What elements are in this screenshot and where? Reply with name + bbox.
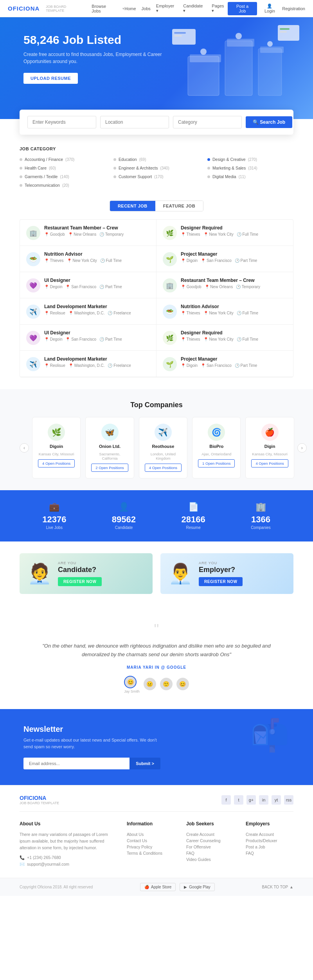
google-play-badge[interactable]: ▶ Google Play — [180, 883, 214, 891]
job-company: 📍 Thieves — [181, 337, 200, 341]
nav-jobs[interactable]: Jobs — [142, 6, 151, 11]
job-type: 🕐 Full Time — [100, 258, 122, 263]
footer-link[interactable]: Post a Job — [246, 844, 293, 850]
footer-link[interactable]: About Us — [127, 831, 174, 837]
nav-employer[interactable]: Employer ▾ — [156, 4, 178, 13]
footer-link[interactable]: For Offensive — [186, 844, 234, 850]
register-button[interactable]: Registration — [282, 6, 305, 11]
job-item[interactable]: 🥗 Nutrition Advisor 📍 Thieves 📍 New York… — [20, 246, 156, 272]
carousel-next-button[interactable]: › — [297, 443, 307, 453]
youtube-icon[interactable]: yt — [272, 795, 281, 805]
footer-link[interactable]: FAQ — [246, 850, 293, 856]
company-logo: 🌿 — [48, 424, 65, 441]
footer-link[interactable]: Privacy Policy — [127, 844, 174, 850]
facebook-icon[interactable]: f — [221, 795, 231, 805]
twitter-icon[interactable]: t — [234, 795, 243, 805]
apple-store-badge[interactable]: 🍎 Apple Store — [140, 883, 176, 891]
nav-candidate[interactable]: Candidate ▾ — [183, 4, 206, 13]
footer-link[interactable]: Create Account — [186, 831, 234, 837]
job-item[interactable]: 🌱 Project Manager 📍 Digoin 📍 San Francis… — [156, 246, 293, 272]
job-item[interactable]: 🏢 Restaurant Team Member – Crew 📍 Goodjo… — [156, 272, 293, 298]
job-item[interactable]: 🌱 Project Manager 📍 Digoin 📍 San Francis… — [156, 351, 293, 377]
login-button[interactable]: 👤 Login — [261, 4, 278, 13]
footer-link[interactable]: Career Counseling — [186, 837, 234, 844]
candidate-figure: 🧑‍💼 — [27, 562, 52, 585]
tab-feature[interactable]: FEATURE JOB — [155, 201, 203, 211]
footer-link[interactable]: Terms & Conditions — [127, 850, 174, 856]
company-card-reothouse[interactable]: ✈️ Reothouse London, United Kingdom 4 Op… — [139, 417, 187, 478]
company-location: Kansas City, Missouri — [39, 452, 74, 456]
employer-register-button[interactable]: REGISTER NOW — [199, 577, 243, 586]
positions-button[interactable]: 2 Open Positions — [91, 464, 128, 472]
job-item[interactable]: 🌿 Designer Required 📍 Thieves 📍 New York… — [156, 220, 293, 246]
company-location: Ajax, Ontariodand — [201, 452, 231, 456]
post-job-button[interactable]: Post a Job — [228, 2, 257, 15]
back-to-top-button[interactable]: BACK TO TOP ▲ — [262, 885, 293, 889]
positions-button[interactable]: 1 Open Positions — [198, 459, 235, 467]
job-meta: 📍 Goodjob 📍 New Orleans 🕐 Temporary — [181, 285, 287, 289]
brand-tagline: JOB BOARD TEMPLATE — [46, 5, 85, 13]
company-name: Reothouse — [152, 444, 174, 449]
cat-telecom[interactable]: Telecommunication (20) — [20, 182, 106, 189]
company-card-digoin[interactable]: 🌿 Digoin Kansas City, Missouri 4 Open Po… — [32, 417, 81, 478]
nav-home[interactable]: Home — [124, 6, 136, 11]
cat-accounting[interactable]: Accounting / Finance (370) — [20, 156, 106, 163]
job-item[interactable]: 💜 UI Designer 📍 Degoin 📍 San Francisco 🕐… — [20, 272, 156, 298]
googleplus-icon[interactable]: g+ — [246, 795, 256, 805]
job-logo: ✈️ — [26, 357, 40, 371]
testimonial-avatar[interactable]: 😐 — [144, 678, 156, 690]
job-item[interactable]: 🥗 Nutrition Advisor 📍 Thieves 📍 New York… — [156, 298, 293, 325]
browse-jobs-link[interactable]: Browse Jobs — [92, 4, 116, 13]
job-item[interactable]: 🌿 Designer Required 📍 Thieves 📍 New York… — [156, 325, 293, 351]
job-item[interactable]: ✈️ Land Development Marketer 📍 Reolisue … — [20, 298, 156, 325]
job-info: Designer Required 📍 Thieves 📍 New York C… — [181, 225, 287, 236]
category-input[interactable] — [173, 116, 242, 128]
footer-link[interactable]: Products/Deluxer — [246, 837, 293, 844]
cat-marketing[interactable]: Marketing & Sales (314) — [207, 164, 293, 171]
location-input[interactable] — [100, 116, 169, 128]
positions-button[interactable]: 4 Open Positions — [145, 464, 182, 472]
footer-link[interactable]: Video Guides — [186, 856, 234, 863]
testimonial-avatar[interactable]: 😊 — [176, 678, 189, 690]
newsletter-submit-button[interactable]: Submit > — [130, 758, 160, 769]
nav-pages[interactable]: Pages ▾ — [212, 4, 227, 13]
job-logo: 🥗 — [163, 305, 177, 319]
company-card-onion[interactable]: 🦋 Onion Ltd. Sacramento, California 2 Op… — [85, 417, 134, 478]
keyword-input[interactable] — [27, 116, 96, 128]
phone-icon: 📞 — [20, 855, 25, 860]
positions-button[interactable]: 4 Open Positions — [38, 459, 75, 467]
positions-button[interactable]: 4 Open Positions — [251, 459, 288, 467]
carousel-prev-button[interactable]: ‹ — [20, 443, 29, 453]
cat-customer[interactable]: Customer Support (170) — [113, 173, 200, 180]
candidate-register-button[interactable]: REGISTER NOW — [58, 577, 102, 586]
brand-logo[interactable]: OFICIONA — [8, 5, 40, 12]
search-button[interactable]: 🔍 Search Job — [246, 116, 292, 128]
cat-digital[interactable]: Digital Media (11) — [207, 173, 293, 180]
footer-link[interactable]: FAQ — [186, 850, 234, 856]
job-type: 🕐 Temporary — [236, 285, 260, 289]
tab-recent[interactable]: RECENT JOB — [110, 201, 155, 211]
company-logo: ✈️ — [155, 424, 172, 441]
cat-design[interactable]: Design & Creative (270) — [207, 156, 293, 163]
footer-link[interactable]: Contact Us — [127, 837, 174, 844]
job-info: Restaurant Team Member – Crew 📍 Goodjob … — [44, 225, 150, 236]
linkedin-icon[interactable]: in — [259, 795, 268, 805]
company-card-digin[interactable]: 🍎 Digin Kansas City, Missouri 4 Open Pos… — [245, 417, 294, 478]
cat-garments[interactable]: Garments / Textile (140) — [20, 173, 106, 180]
svg-rect-9 — [278, 25, 299, 41]
job-item[interactable]: ✈️ Land Development Marketer 📍 Reolisue … — [20, 351, 156, 377]
cat-education[interactable]: Education (69) — [113, 156, 200, 163]
company-card-biopro[interactable]: 🌀 BioPro Ajax, Ontariodand 1 Open Positi… — [192, 417, 241, 478]
cat-engineer[interactable]: Engineer & Architects (340) — [113, 164, 200, 171]
upload-resume-button[interactable]: UPLOAD RESUME — [23, 73, 78, 84]
footer-link[interactable]: Create Account — [246, 831, 293, 837]
newsletter-email-input[interactable] — [23, 758, 130, 769]
cat-health[interactable]: Health Care (60) — [20, 164, 106, 171]
testimonial-avatar[interactable]: 😊 — [124, 676, 137, 688]
rss-icon[interactable]: rss — [284, 795, 293, 805]
job-item[interactable]: 💜 UI Designer 📍 Degoin 📍 San Francisco 🕐… — [20, 325, 156, 351]
job-company: 📍 Degoin — [44, 337, 62, 341]
job-item[interactable]: 🏢 Restaurant Team Member – Crew 📍 Goodjo… — [20, 220, 156, 246]
testimonial-avatar[interactable]: 🙂 — [160, 678, 173, 690]
job-type: 🕐 Freelance — [108, 311, 131, 315]
